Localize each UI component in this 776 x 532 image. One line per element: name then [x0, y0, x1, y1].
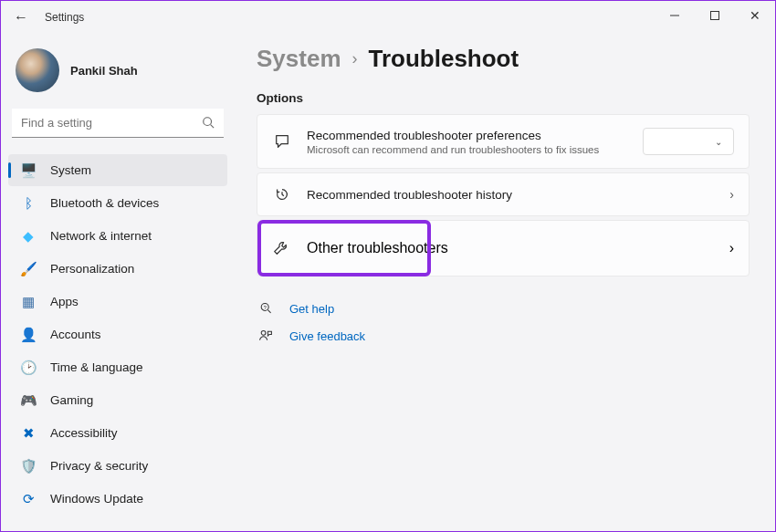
card-history[interactable]: Recommended troubleshooter history ›	[257, 172, 750, 216]
link-text: Get help	[289, 302, 334, 316]
system-icon: 🖥️	[17, 162, 39, 179]
card-other-troubleshooters[interactable]: Other troubleshooters ›	[257, 220, 750, 276]
sidebar-item-privacy-security[interactable]: 🛡️Privacy & security	[8, 450, 227, 482]
page-title: Troubleshoot	[369, 45, 519, 73]
bluetooth-icon: ᛒ	[17, 195, 39, 211]
sidebar-item-accessibility[interactable]: ✖Accessibility	[8, 417, 227, 449]
sidebar-item-label: Apps	[50, 295, 79, 308]
card-title: Other troubleshooters	[307, 240, 729, 256]
sidebar-item-gaming[interactable]: 🎮Gaming	[8, 384, 227, 416]
privacy-icon: 🛡️	[17, 458, 39, 475]
window-controls: ✕	[655, 1, 775, 30]
svg-point-2	[204, 118, 212, 126]
sidebar-item-label: Time & language	[50, 360, 143, 374]
link-text: Give feedback	[289, 329, 365, 343]
gaming-icon: 🎮	[17, 392, 39, 409]
history-icon	[272, 186, 292, 203]
svg-text:?: ?	[264, 305, 267, 310]
search-icon	[202, 116, 215, 129]
pref-dropdown[interactable]: ⌄	[643, 128, 734, 155]
breadcrumb-parent[interactable]: System	[257, 45, 341, 73]
main-panel: System › Troubleshoot Options Recommende…	[238, 34, 775, 531]
accessibility-icon: ✖	[17, 425, 39, 442]
update-icon: ⟳	[17, 491, 39, 507]
sidebar-item-label: Gaming	[50, 393, 93, 407]
sidebar-item-label: System	[50, 163, 91, 177]
sidebar-item-label: Windows Update	[50, 492, 143, 506]
sidebar-item-system[interactable]: 🖥️System	[8, 154, 227, 186]
sidebar-item-label: Privacy & security	[50, 459, 148, 473]
sidebar: Pankil Shah 🖥️SystemᛒBluetooth & devices…	[1, 34, 238, 531]
chevron-right-icon: ›	[729, 240, 734, 256]
svg-line-3	[211, 125, 215, 129]
chevron-right-icon: ›	[352, 49, 358, 68]
window-title: Settings	[45, 11, 84, 24]
sidebar-item-bluetooth-devices[interactable]: ᛒBluetooth & devices	[8, 187, 227, 219]
accounts-icon: 👤	[17, 327, 39, 343]
help-icon: ?	[257, 301, 275, 316]
close-button[interactable]: ✕	[735, 1, 775, 30]
sidebar-item-label: Network & internet	[50, 229, 152, 243]
minimize-button[interactable]	[655, 1, 695, 30]
search-input[interactable]	[12, 109, 224, 138]
time-icon: 🕑	[17, 360, 39, 376]
svg-line-5	[267, 310, 270, 313]
sidebar-item-label: Accessibility	[50, 426, 118, 440]
chevron-right-icon: ›	[729, 187, 734, 202]
nav-list: 🖥️SystemᛒBluetooth & devices◆Network & i…	[8, 154, 227, 515]
sidebar-item-accounts[interactable]: 👤Accounts	[8, 318, 227, 350]
sidebar-item-windows-update[interactable]: ⟳Windows Update	[8, 483, 227, 515]
profile[interactable]: Pankil Shah	[8, 43, 227, 109]
svg-rect-1	[711, 12, 719, 20]
back-button[interactable]: ←	[14, 9, 32, 26]
feedback-icon	[257, 329, 275, 343]
network-icon: ◆	[17, 228, 39, 245]
apps-icon: ▦	[17, 294, 39, 310]
wrench-icon	[272, 240, 292, 256]
get-help-link[interactable]: ? Get help	[257, 295, 750, 322]
sidebar-item-network-internet[interactable]: ◆Network & internet	[8, 220, 227, 252]
chevron-down-icon: ⌄	[715, 137, 722, 147]
card-pref[interactable]: Recommended troubleshooter preferences M…	[257, 114, 750, 169]
card-subtitle: Microsoft can recommend and run troubles…	[307, 144, 643, 155]
sidebar-item-label: Personalization	[50, 262, 134, 276]
svg-point-7	[261, 330, 266, 335]
sidebar-item-label: Bluetooth & devices	[50, 196, 159, 210]
sidebar-item-label: Accounts	[50, 328, 101, 341]
card-title: Recommended troubleshooter history	[307, 188, 729, 202]
give-feedback-link[interactable]: Give feedback	[257, 322, 750, 349]
sidebar-item-apps[interactable]: ▦Apps	[8, 286, 227, 318]
search-box[interactable]	[12, 109, 224, 138]
section-label: Options	[257, 91, 750, 105]
maximize-button[interactable]	[695, 1, 735, 30]
chat-icon	[272, 133, 292, 150]
card-title: Recommended troubleshooter preferences	[307, 129, 643, 142]
avatar	[16, 48, 59, 92]
help-links: ? Get help Give feedback	[257, 295, 750, 349]
titlebar: ← Settings ✕	[1, 1, 775, 34]
user-name: Pankil Shah	[70, 64, 138, 78]
sidebar-item-personalization[interactable]: 🖌️Personalization	[8, 253, 227, 285]
sidebar-item-time-language[interactable]: 🕑Time & language	[8, 351, 227, 383]
personalization-icon: 🖌️	[17, 261, 39, 277]
breadcrumb: System › Troubleshoot	[257, 45, 750, 73]
